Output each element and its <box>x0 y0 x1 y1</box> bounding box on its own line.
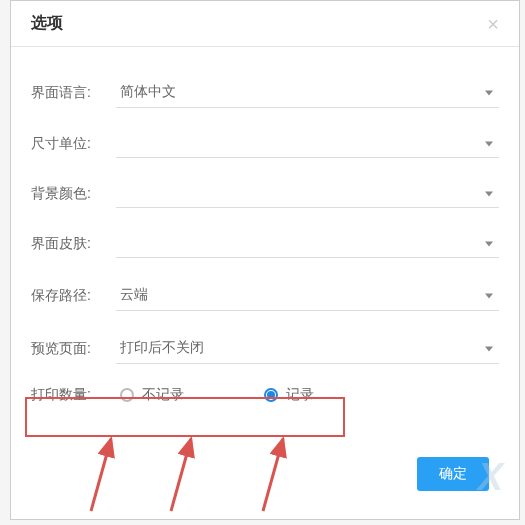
radio-icon <box>120 388 134 402</box>
label-unit: 尺寸单位: <box>31 135 116 153</box>
svg-line-5 <box>263 439 283 511</box>
radio-record-label: 记录 <box>286 386 314 404</box>
dialog-header: 选项 × <box>11 1 519 47</box>
select-language[interactable]: 简体中文 <box>116 77 499 108</box>
caret-down-icon <box>485 293 493 298</box>
annotation-arrow-2 <box>141 433 201 513</box>
select-preview-value: 打印后不关闭 <box>116 333 499 364</box>
select-bgcolor-value <box>116 180 499 208</box>
select-skin[interactable] <box>116 230 499 258</box>
row-savepath: 保存路径: 云端 <box>31 280 499 311</box>
row-preview: 预览页面: 打印后不关闭 <box>31 333 499 364</box>
select-bgcolor[interactable] <box>116 180 499 208</box>
label-preview: 预览页面: <box>31 340 116 358</box>
row-printcount: 打印数量: 不记录 记录 <box>31 386 499 404</box>
select-skin-value <box>116 230 499 258</box>
dialog-body: 界面语言: 简体中文 尺寸单位: 背景颜色: 界面皮肤: <box>11 47 519 436</box>
annotation-arrow-3 <box>233 433 293 513</box>
caret-down-icon <box>485 90 493 95</box>
options-dialog: 选项 × 界面语言: 简体中文 尺寸单位: 背景颜色: 界面皮 <box>10 0 520 520</box>
radio-group-printcount: 不记录 记录 <box>116 386 314 404</box>
annotation-arrow-1 <box>61 433 121 513</box>
svg-line-1 <box>91 439 111 511</box>
confirm-button[interactable]: 确定 <box>417 457 489 491</box>
label-bgcolor: 背景颜色: <box>31 185 116 203</box>
row-skin: 界面皮肤: <box>31 230 499 258</box>
radio-no-record[interactable]: 不记录 <box>120 386 184 404</box>
row-language: 界面语言: 简体中文 <box>31 77 499 108</box>
select-language-value: 简体中文 <box>116 77 499 108</box>
close-icon[interactable]: × <box>487 14 499 34</box>
row-unit: 尺寸单位: <box>31 130 499 158</box>
caret-down-icon <box>485 346 493 351</box>
radio-no-record-label: 不记录 <box>142 386 184 404</box>
caret-down-icon <box>485 242 493 247</box>
select-unit-value <box>116 130 499 158</box>
label-language: 界面语言: <box>31 84 116 102</box>
radio-icon-selected <box>264 388 278 402</box>
svg-line-3 <box>171 439 191 511</box>
select-preview[interactable]: 打印后不关闭 <box>116 333 499 364</box>
caret-down-icon <box>485 192 493 197</box>
label-savepath: 保存路径: <box>31 287 116 305</box>
select-unit[interactable] <box>116 130 499 158</box>
select-savepath-value: 云端 <box>116 280 499 311</box>
select-savepath[interactable]: 云端 <box>116 280 499 311</box>
radio-record[interactable]: 记录 <box>264 386 314 404</box>
label-skin: 界面皮肤: <box>31 235 116 253</box>
row-bgcolor: 背景颜色: <box>31 180 499 208</box>
caret-down-icon <box>485 142 493 147</box>
dialog-title: 选项 <box>31 13 63 34</box>
label-printcount: 打印数量: <box>31 386 116 404</box>
